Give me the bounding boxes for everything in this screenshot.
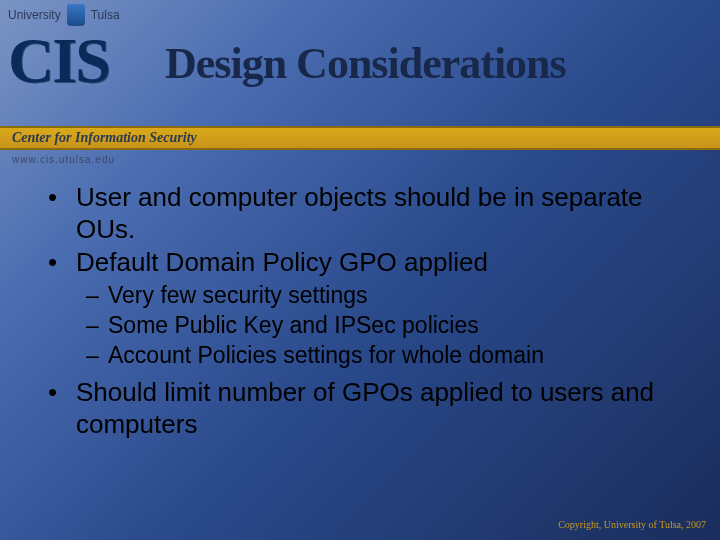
center-banner: Center for Information Security bbox=[0, 126, 720, 150]
bullet-text: User and computer objects should be in s… bbox=[76, 182, 680, 245]
slide: University Tulsa CIS Design Consideratio… bbox=[0, 0, 720, 540]
bullet-dot-icon: • bbox=[48, 247, 76, 279]
bullet-text: Should limit number of GPOs applied to u… bbox=[76, 377, 680, 440]
site-url: www.cis.utulsa.edu bbox=[12, 154, 115, 165]
bullet-text: Default Domain Policy GPO applied bbox=[76, 247, 488, 279]
dash-icon: – bbox=[86, 311, 108, 341]
slide-body: • User and computer objects should be in… bbox=[48, 182, 680, 442]
university-text-left: University bbox=[8, 8, 61, 22]
university-bar: University Tulsa bbox=[8, 4, 120, 26]
copyright-text: Copyright, University of Tulsa, 2007 bbox=[558, 519, 706, 530]
logo-block: University Tulsa CIS bbox=[8, 4, 120, 90]
sub-bullet-text: Account Policies settings for whole doma… bbox=[108, 341, 544, 371]
bullet-item: • Default Domain Policy GPO applied bbox=[48, 247, 680, 279]
dash-icon: – bbox=[86, 341, 108, 371]
shield-icon bbox=[67, 4, 85, 26]
sub-bullet-item: – Some Public Key and IPSec policies bbox=[86, 311, 680, 341]
sub-bullet-item: – Very few security settings bbox=[86, 281, 680, 311]
center-name: Center for Information Security bbox=[12, 130, 197, 146]
bullet-dot-icon: • bbox=[48, 377, 76, 440]
cis-logo: CIS bbox=[8, 32, 120, 90]
bullet-item: • User and computer objects should be in… bbox=[48, 182, 680, 245]
bullet-dot-icon: • bbox=[48, 182, 76, 245]
dash-icon: – bbox=[86, 281, 108, 311]
slide-title: Design Considerations bbox=[165, 38, 566, 89]
slide-header: University Tulsa CIS Design Consideratio… bbox=[0, 0, 720, 170]
sub-bullet-item: – Account Policies settings for whole do… bbox=[86, 341, 680, 371]
bullet-item: • Should limit number of GPOs applied to… bbox=[48, 377, 680, 440]
sub-bullet-text: Very few security settings bbox=[108, 281, 368, 311]
university-text-right: Tulsa bbox=[91, 8, 120, 22]
sub-bullet-text: Some Public Key and IPSec policies bbox=[108, 311, 479, 341]
